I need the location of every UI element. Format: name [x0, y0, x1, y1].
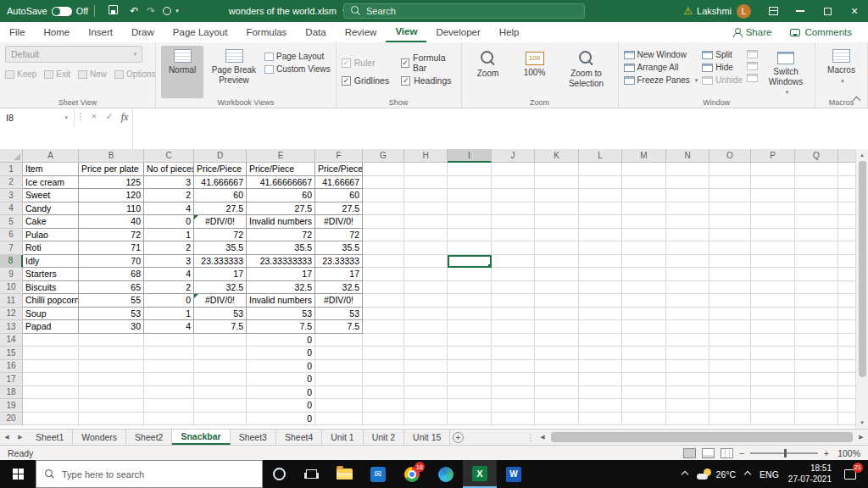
cell-P2[interactable] — [751, 176, 795, 190]
new-sheet-button[interactable]: + — [450, 430, 465, 445]
cell-J7[interactable] — [492, 241, 535, 255]
vertical-scrollbar[interactable]: ▴ ▾ — [855, 149, 868, 429]
cell-L11[interactable] — [579, 294, 622, 308]
cell-K10[interactable] — [535, 281, 579, 295]
name-box[interactable]: I8 ▾ — [0, 108, 75, 127]
cell-N15[interactable] — [666, 347, 709, 360]
cell-L15[interactable] — [579, 347, 622, 360]
cell-D16[interactable] — [194, 360, 247, 374]
save-button[interactable] — [101, 5, 125, 17]
cell-F5[interactable]: #DIV/0! — [315, 215, 363, 229]
column-header-E[interactable]: E — [247, 149, 315, 163]
cell-G17[interactable] — [363, 373, 404, 386]
cell-Q19[interactable] — [795, 399, 838, 413]
hscroll-left-arrow[interactable]: ◀ — [536, 430, 549, 445]
cell-K1[interactable] — [535, 163, 579, 176]
exit-button[interactable]: Exit — [44, 69, 70, 79]
cell-G3[interactable] — [363, 189, 404, 202]
cell-N1[interactable] — [666, 163, 709, 176]
cell-I1[interactable] — [448, 163, 492, 176]
cell-M2[interactable] — [622, 176, 666, 190]
sheet-tab-unit-15[interactable]: Unit 15 — [404, 430, 450, 445]
cell-M18[interactable] — [622, 386, 666, 400]
cell-H6[interactable] — [404, 229, 448, 242]
cell-C18[interactable] — [144, 386, 194, 400]
cell-A1[interactable]: Item — [23, 163, 79, 176]
cell-L18[interactable] — [579, 386, 622, 400]
cell-M16[interactable] — [622, 360, 666, 374]
column-header-I[interactable]: I — [448, 149, 492, 163]
column-header-N[interactable]: N — [666, 149, 709, 163]
cell-B4[interactable]: 110 — [79, 202, 144, 216]
cell-B16[interactable] — [79, 360, 144, 374]
hidden-icons-chevron[interactable] — [681, 470, 687, 477]
cell-M12[interactable] — [622, 308, 666, 321]
cell-H14[interactable] — [404, 334, 448, 347]
sheet-tab-sheet4[interactable]: Sheet4 — [276, 430, 322, 445]
cell-G7[interactable] — [363, 241, 404, 255]
cell-G11[interactable] — [363, 294, 404, 308]
cell-M15[interactable] — [622, 347, 666, 360]
undo-button[interactable]: ↶ — [125, 5, 142, 17]
view-side-by-side-icon[interactable] — [747, 50, 758, 58]
freeze-panes-button[interactable]: Freeze Panes▾ — [624, 75, 698, 85]
ribbon-tab-help[interactable]: Help — [490, 22, 529, 42]
cancel-icon[interactable]: × — [86, 108, 102, 121]
cell-C17[interactable] — [144, 373, 194, 386]
cell-G15[interactable] — [363, 347, 404, 360]
cell-N6[interactable] — [666, 229, 709, 242]
cell-J1[interactable] — [492, 163, 535, 176]
row-header-13[interactable]: 13 — [0, 320, 23, 334]
cell-I4[interactable] — [448, 202, 492, 216]
cell-K16[interactable] — [535, 360, 579, 374]
cell-H5[interactable] — [404, 215, 448, 229]
cell-D4[interactable]: 27.5 — [194, 202, 247, 216]
cell-I11[interactable] — [448, 294, 492, 308]
cell-H7[interactable] — [404, 241, 448, 255]
cell-L10[interactable] — [579, 281, 622, 295]
cell-F3[interactable]: 60 — [315, 189, 363, 202]
cell-B3[interactable]: 120 — [79, 189, 144, 202]
cell-B8[interactable]: 70 — [79, 255, 144, 269]
cell-E5[interactable]: Invalid numbers — [247, 215, 315, 229]
cell-I12[interactable] — [448, 308, 492, 321]
column-header-O[interactable]: O — [709, 149, 751, 163]
cell-C13[interactable]: 4 — [144, 320, 194, 334]
cell-A3[interactable]: Sweet — [23, 189, 79, 202]
ribbon-tab-view[interactable]: View — [386, 22, 426, 42]
cell-A7[interactable]: Roti — [23, 241, 79, 255]
task-view-button[interactable] — [295, 460, 327, 488]
cell-B19[interactable] — [79, 399, 144, 413]
cell-F2[interactable]: 41.66667 — [315, 176, 363, 190]
zoom-in-button[interactable]: + — [824, 448, 829, 458]
cell-A11[interactable]: Chilli popcorn — [23, 294, 79, 308]
column-header-B[interactable]: B — [79, 149, 144, 163]
taskbar-app-mail[interactable]: ✉ — [361, 460, 395, 488]
cell-I17[interactable] — [448, 373, 492, 386]
cell-L9[interactable] — [579, 268, 622, 281]
cell-G18[interactable] — [363, 386, 404, 400]
cell-F11[interactable]: #DIV/0! — [315, 294, 363, 308]
cell-P12[interactable] — [751, 308, 795, 321]
cell-J13[interactable] — [492, 320, 535, 334]
cell-I13[interactable] — [448, 320, 492, 334]
sheet-nav-right-arrow[interactable]: ▶ — [14, 430, 27, 445]
cell-B10[interactable]: 65 — [79, 281, 144, 295]
cell-K20[interactable] — [535, 413, 579, 426]
cell-B5[interactable]: 40 — [79, 215, 144, 229]
cell-H16[interactable] — [404, 360, 448, 374]
cell-B17[interactable] — [79, 373, 144, 386]
document-title[interactable]: wonders of the world.xlsm ▾ — [229, 6, 346, 16]
cell-E20[interactable]: 0 — [247, 413, 315, 426]
cell-J9[interactable] — [492, 268, 535, 281]
sheet-tab-wonders[interactable]: Wonders — [73, 430, 126, 445]
cell-P14[interactable] — [751, 334, 795, 347]
row-header-12[interactable]: 12 — [0, 308, 23, 321]
row-header-9[interactable]: 9 — [0, 268, 23, 281]
cell-B13[interactable]: 30 — [79, 320, 144, 334]
cell-L2[interactable] — [579, 176, 622, 190]
cell-N11[interactable] — [666, 294, 709, 308]
cell-N13[interactable] — [666, 320, 709, 334]
cell-F8[interactable]: 23.33333 — [315, 255, 363, 269]
checkbox-gridlines[interactable]: ✓Gridlines — [342, 73, 389, 88]
